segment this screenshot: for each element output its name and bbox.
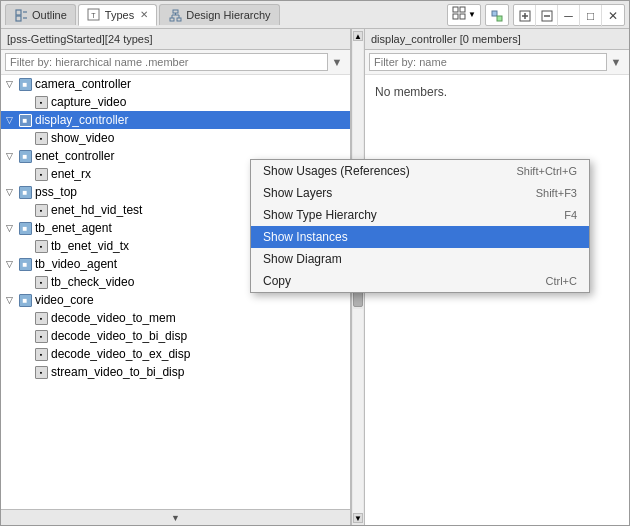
tree-label: enet_controller (35, 149, 114, 163)
tree-toggle-tb-enet: ▽ (1, 220, 17, 236)
svg-rect-6 (173, 10, 178, 13)
tree-label: capture_video (51, 95, 126, 109)
menu-item-show-diagram[interactable]: Show Diagram (251, 248, 589, 270)
member-icon: ▪ (33, 130, 49, 146)
tree-toggle-video-core: ▽ (1, 292, 17, 308)
module-icon: ■ (17, 184, 33, 200)
svg-rect-13 (453, 7, 458, 12)
tree-toggle-empty (17, 130, 33, 146)
right-filter-clear-btn[interactable]: ▼ (607, 53, 625, 71)
tab-bar: Outline T Types ✕ (1, 1, 629, 29)
tree-label: video_core (35, 293, 94, 307)
sync-icon[interactable] (486, 5, 508, 27)
tree-item-decode-ex-disp[interactable]: ▪ decode_video_to_ex_disp (1, 345, 350, 363)
member-icon: ▪ (33, 328, 49, 344)
right-panel-header: display_controller [0 members] (365, 29, 629, 50)
left-filter-clear-btn[interactable]: ▼ (328, 53, 346, 71)
tab-types[interactable]: T Types ✕ (78, 4, 157, 26)
svg-text:T: T (92, 12, 97, 19)
main-content: [pss-GettingStarted][24 types] ▼ ▽ ■ cam… (1, 29, 629, 525)
main-window: Outline T Types ✕ (0, 0, 630, 526)
view-icons-group (485, 4, 509, 26)
tab-types-label: Types (105, 9, 134, 21)
svg-rect-15 (453, 14, 458, 19)
scroll-up-btn[interactable]: ▲ (353, 31, 363, 41)
svg-rect-16 (460, 14, 465, 19)
context-menu: Show Usages (References) Shift+Ctrl+G Sh… (250, 159, 590, 293)
outline-icon (14, 8, 28, 22)
right-filter-input[interactable] (369, 53, 607, 71)
tree-item-stream-bi-disp[interactable]: ▪ stream_video_to_bi_disp (1, 363, 350, 381)
member-icon: ▪ (33, 166, 49, 182)
tree-item-decode-bi-disp[interactable]: ▪ decode_video_to_bi_disp (1, 327, 350, 345)
close-icon[interactable]: ✕ (140, 9, 148, 20)
tree-toggle-empty (17, 364, 33, 380)
svg-rect-7 (170, 18, 174, 21)
tree-label: decode_video_to_ex_disp (51, 347, 190, 361)
left-filter-input[interactable] (5, 53, 328, 71)
menu-item-show-usages[interactable]: Show Usages (References) Shift+Ctrl+G (251, 160, 589, 182)
member-icon: ▪ (33, 346, 49, 362)
tree-toggle-empty (17, 346, 33, 362)
svg-rect-18 (497, 16, 502, 21)
module-icon: ■ (17, 76, 33, 92)
dropdown-arrow-icon: ▼ (468, 10, 476, 19)
tab-design-hierarchy-label: Design Hierarchy (186, 9, 270, 21)
maximize-icon[interactable]: □ (580, 5, 602, 27)
tree-toggle-camera: ▽ (1, 76, 17, 92)
tree-item-decode-mem[interactable]: ▪ decode_video_to_mem (1, 309, 350, 327)
tree-toggle-empty (17, 328, 33, 344)
member-icon: ▪ (33, 238, 49, 254)
module-icon: ■ (17, 148, 33, 164)
module-icon: ■ (17, 292, 33, 308)
tab-outline[interactable]: Outline (5, 4, 76, 25)
tree-toggle-empty (17, 202, 33, 218)
tree-item-show-video[interactable]: ▪ show_video (1, 129, 350, 147)
tree-label: display_controller (35, 113, 128, 127)
tree-toggle-empty (17, 274, 33, 290)
tab-design-hierarchy[interactable]: Design Hierarchy (159, 4, 279, 25)
layout-dropdown[interactable]: ▼ (447, 4, 481, 26)
no-members-text: No members. (365, 75, 629, 109)
member-icon: ▪ (33, 274, 49, 290)
tree-toggle-pss: ▽ (1, 184, 17, 200)
hierarchy-icon (168, 8, 182, 22)
right-filter-bar: ▼ (365, 50, 629, 75)
tree-toggle-display: ▽ (1, 112, 17, 128)
tree-toggle-empty (17, 94, 33, 110)
window-close-icon[interactable]: ✕ (602, 5, 624, 27)
menu-item-show-type-hierarchy[interactable]: Show Type Hierarchy F4 (251, 204, 589, 226)
tree-toggle-enet: ▽ (1, 148, 17, 164)
tree-item-camera-controller[interactable]: ▽ ■ camera_controller (1, 75, 350, 93)
tree-item-capture-video[interactable]: ▪ capture_video (1, 93, 350, 111)
module-icon: ■ (17, 256, 33, 272)
left-panel-header: [pss-GettingStarted][24 types] (1, 29, 350, 50)
tree-label: tb_check_video (51, 275, 134, 289)
add-icon[interactable] (514, 5, 536, 27)
types-icon: T (87, 8, 101, 22)
tree-label: decode_video_to_bi_disp (51, 329, 187, 343)
layout-icon (452, 6, 466, 23)
tree-toggle-tb-video: ▽ (1, 256, 17, 272)
tree-label: camera_controller (35, 77, 131, 91)
scroll-down-btn2[interactable]: ▼ (353, 513, 363, 523)
minimize-icon[interactable]: ─ (558, 5, 580, 27)
menu-item-show-layers[interactable]: Show Layers Shift+F3 (251, 182, 589, 204)
tree-label: decode_video_to_mem (51, 311, 176, 325)
tree-item-display-controller[interactable]: ▽ ■ display_controller (1, 111, 350, 129)
svg-rect-1 (16, 16, 21, 21)
svg-rect-17 (492, 11, 497, 16)
svg-rect-0 (16, 10, 21, 15)
tree-toggle-empty (17, 310, 33, 326)
scroll-down-btn[interactable]: ▼ (171, 513, 180, 523)
member-icon: ▪ (33, 364, 49, 380)
tree-toggle-empty (17, 166, 33, 182)
tree-label: enet_hd_vid_test (51, 203, 142, 217)
tree-label: tb_enet_agent (35, 221, 112, 235)
menu-item-copy[interactable]: Copy Ctrl+C (251, 270, 589, 292)
remove-icon[interactable] (536, 5, 558, 27)
tree-item-video-core[interactable]: ▽ ■ video_core (1, 291, 350, 309)
menu-item-show-instances[interactable]: Show Instances (251, 226, 589, 248)
tree-label: enet_rx (51, 167, 91, 181)
tree-label: tb_enet_vid_tx (51, 239, 129, 253)
